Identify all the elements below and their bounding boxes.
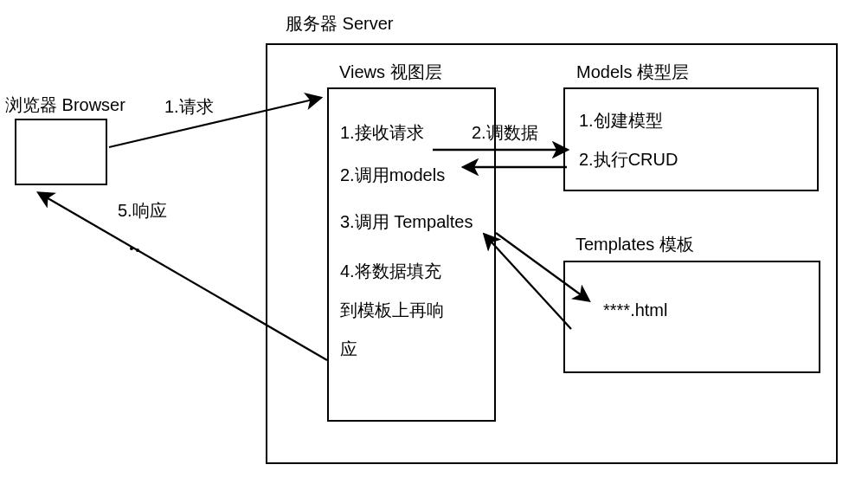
- browser-title: 浏览器 Browser: [5, 94, 125, 117]
- server-title: 服务器 Server: [286, 12, 393, 35]
- browser-box: [15, 119, 107, 185]
- views-item1: 1.接收请求: [340, 121, 424, 145]
- views-item2: 2.调用models: [340, 164, 445, 187]
- models-box: [563, 87, 819, 191]
- arrow-data-label: 2.调数据: [472, 121, 538, 145]
- templates-title: Templates 模板: [575, 233, 694, 256]
- views-item4-line3: 应: [340, 338, 357, 361]
- templates-box: [563, 261, 820, 373]
- models-item1: 1.创建模型: [579, 109, 663, 132]
- models-title: Models 模型层: [576, 61, 689, 84]
- arrow-response-label: 5.响应: [118, 199, 167, 223]
- views-title: Views 视图层: [339, 61, 442, 84]
- svg-point-7: [136, 248, 139, 252]
- views-item3: 3.调用 Tempaltes: [340, 210, 473, 234]
- models-item2: 2.执行CRUD: [579, 148, 678, 171]
- arrow-request-label: 1.请求: [164, 95, 214, 119]
- views-item4-line1: 4.将数据填充: [340, 260, 441, 283]
- views-item4-line2: 到模板上再响: [340, 299, 444, 322]
- svg-point-6: [130, 247, 133, 250]
- templates-item: ****.html: [603, 300, 667, 320]
